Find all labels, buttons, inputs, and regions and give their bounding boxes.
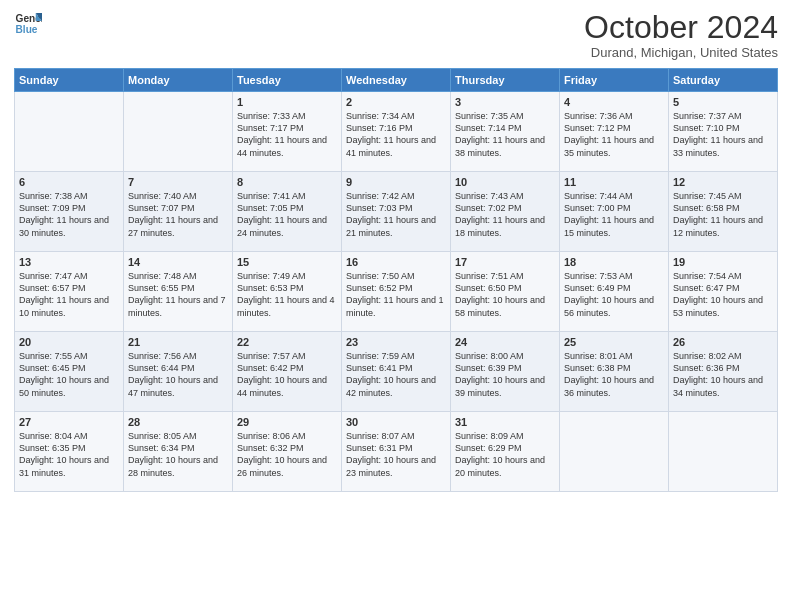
svg-text:Blue: Blue <box>16 24 38 35</box>
calendar-cell <box>560 412 669 492</box>
calendar-cell: 9Sunrise: 7:42 AM Sunset: 7:03 PM Daylig… <box>342 172 451 252</box>
col-monday: Monday <box>124 69 233 92</box>
cell-info: Sunrise: 7:38 AM Sunset: 7:09 PM Dayligh… <box>19 190 119 239</box>
col-wednesday: Wednesday <box>342 69 451 92</box>
calendar-week-row: 27Sunrise: 8:04 AM Sunset: 6:35 PM Dayli… <box>15 412 778 492</box>
day-number: 14 <box>128 256 228 268</box>
calendar-cell: 31Sunrise: 8:09 AM Sunset: 6:29 PM Dayli… <box>451 412 560 492</box>
cell-info: Sunrise: 8:00 AM Sunset: 6:39 PM Dayligh… <box>455 350 555 399</box>
cell-info: Sunrise: 8:09 AM Sunset: 6:29 PM Dayligh… <box>455 430 555 479</box>
cell-info: Sunrise: 7:35 AM Sunset: 7:14 PM Dayligh… <box>455 110 555 159</box>
calendar-cell: 25Sunrise: 8:01 AM Sunset: 6:38 PM Dayli… <box>560 332 669 412</box>
cell-info: Sunrise: 8:06 AM Sunset: 6:32 PM Dayligh… <box>237 430 337 479</box>
calendar-cell: 20Sunrise: 7:55 AM Sunset: 6:45 PM Dayli… <box>15 332 124 412</box>
logo: General Blue <box>14 10 42 38</box>
day-number: 4 <box>564 96 664 108</box>
day-number: 27 <box>19 416 119 428</box>
calendar-cell: 12Sunrise: 7:45 AM Sunset: 6:58 PM Dayli… <box>669 172 778 252</box>
day-number: 23 <box>346 336 446 348</box>
calendar-cell: 4Sunrise: 7:36 AM Sunset: 7:12 PM Daylig… <box>560 92 669 172</box>
day-number: 12 <box>673 176 773 188</box>
calendar-week-row: 1Sunrise: 7:33 AM Sunset: 7:17 PM Daylig… <box>15 92 778 172</box>
calendar-cell: 3Sunrise: 7:35 AM Sunset: 7:14 PM Daylig… <box>451 92 560 172</box>
month-title: October 2024 <box>584 10 778 45</box>
cell-info: Sunrise: 7:51 AM Sunset: 6:50 PM Dayligh… <box>455 270 555 319</box>
calendar-cell: 28Sunrise: 8:05 AM Sunset: 6:34 PM Dayli… <box>124 412 233 492</box>
cell-info: Sunrise: 8:01 AM Sunset: 6:38 PM Dayligh… <box>564 350 664 399</box>
day-number: 26 <box>673 336 773 348</box>
calendar-cell: 13Sunrise: 7:47 AM Sunset: 6:57 PM Dayli… <box>15 252 124 332</box>
calendar-cell: 6Sunrise: 7:38 AM Sunset: 7:09 PM Daylig… <box>15 172 124 252</box>
day-number: 5 <box>673 96 773 108</box>
day-number: 9 <box>346 176 446 188</box>
cell-info: Sunrise: 7:50 AM Sunset: 6:52 PM Dayligh… <box>346 270 446 319</box>
cell-info: Sunrise: 7:34 AM Sunset: 7:16 PM Dayligh… <box>346 110 446 159</box>
calendar-cell: 29Sunrise: 8:06 AM Sunset: 6:32 PM Dayli… <box>233 412 342 492</box>
cell-info: Sunrise: 7:40 AM Sunset: 7:07 PM Dayligh… <box>128 190 228 239</box>
calendar-cell: 17Sunrise: 7:51 AM Sunset: 6:50 PM Dayli… <box>451 252 560 332</box>
cell-info: Sunrise: 7:59 AM Sunset: 6:41 PM Dayligh… <box>346 350 446 399</box>
calendar-cell: 22Sunrise: 7:57 AM Sunset: 6:42 PM Dayli… <box>233 332 342 412</box>
cell-info: Sunrise: 7:44 AM Sunset: 7:00 PM Dayligh… <box>564 190 664 239</box>
cell-info: Sunrise: 8:05 AM Sunset: 6:34 PM Dayligh… <box>128 430 228 479</box>
day-number: 30 <box>346 416 446 428</box>
logo-icon: General Blue <box>14 10 42 38</box>
day-number: 6 <box>19 176 119 188</box>
calendar-cell: 21Sunrise: 7:56 AM Sunset: 6:44 PM Dayli… <box>124 332 233 412</box>
cell-info: Sunrise: 7:57 AM Sunset: 6:42 PM Dayligh… <box>237 350 337 399</box>
day-number: 20 <box>19 336 119 348</box>
calendar-cell: 24Sunrise: 8:00 AM Sunset: 6:39 PM Dayli… <box>451 332 560 412</box>
location-subtitle: Durand, Michigan, United States <box>584 45 778 60</box>
cell-info: Sunrise: 7:36 AM Sunset: 7:12 PM Dayligh… <box>564 110 664 159</box>
day-number: 3 <box>455 96 555 108</box>
day-number: 25 <box>564 336 664 348</box>
day-number: 11 <box>564 176 664 188</box>
day-number: 19 <box>673 256 773 268</box>
page: General Blue October 2024 Durand, Michig… <box>0 0 792 612</box>
col-sunday: Sunday <box>15 69 124 92</box>
calendar-cell: 30Sunrise: 8:07 AM Sunset: 6:31 PM Dayli… <box>342 412 451 492</box>
day-number: 17 <box>455 256 555 268</box>
cell-info: Sunrise: 7:54 AM Sunset: 6:47 PM Dayligh… <box>673 270 773 319</box>
cell-info: Sunrise: 7:53 AM Sunset: 6:49 PM Dayligh… <box>564 270 664 319</box>
cell-info: Sunrise: 7:47 AM Sunset: 6:57 PM Dayligh… <box>19 270 119 319</box>
day-number: 18 <box>564 256 664 268</box>
cell-info: Sunrise: 7:55 AM Sunset: 6:45 PM Dayligh… <box>19 350 119 399</box>
cell-info: Sunrise: 8:04 AM Sunset: 6:35 PM Dayligh… <box>19 430 119 479</box>
day-number: 8 <box>237 176 337 188</box>
cell-info: Sunrise: 8:07 AM Sunset: 6:31 PM Dayligh… <box>346 430 446 479</box>
header-row: Sunday Monday Tuesday Wednesday Thursday… <box>15 69 778 92</box>
day-number: 2 <box>346 96 446 108</box>
calendar-cell: 10Sunrise: 7:43 AM Sunset: 7:02 PM Dayli… <box>451 172 560 252</box>
calendar-cell: 16Sunrise: 7:50 AM Sunset: 6:52 PM Dayli… <box>342 252 451 332</box>
calendar-week-row: 6Sunrise: 7:38 AM Sunset: 7:09 PM Daylig… <box>15 172 778 252</box>
cell-info: Sunrise: 7:56 AM Sunset: 6:44 PM Dayligh… <box>128 350 228 399</box>
day-number: 1 <box>237 96 337 108</box>
day-number: 16 <box>346 256 446 268</box>
day-number: 15 <box>237 256 337 268</box>
col-thursday: Thursday <box>451 69 560 92</box>
calendar-cell: 7Sunrise: 7:40 AM Sunset: 7:07 PM Daylig… <box>124 172 233 252</box>
day-number: 22 <box>237 336 337 348</box>
day-number: 29 <box>237 416 337 428</box>
cell-info: Sunrise: 7:41 AM Sunset: 7:05 PM Dayligh… <box>237 190 337 239</box>
cell-info: Sunrise: 7:43 AM Sunset: 7:02 PM Dayligh… <box>455 190 555 239</box>
cell-info: Sunrise: 7:33 AM Sunset: 7:17 PM Dayligh… <box>237 110 337 159</box>
calendar-cell: 27Sunrise: 8:04 AM Sunset: 6:35 PM Dayli… <box>15 412 124 492</box>
cell-info: Sunrise: 7:42 AM Sunset: 7:03 PM Dayligh… <box>346 190 446 239</box>
calendar-cell <box>124 92 233 172</box>
col-saturday: Saturday <box>669 69 778 92</box>
calendar-cell: 23Sunrise: 7:59 AM Sunset: 6:41 PM Dayli… <box>342 332 451 412</box>
calendar-cell: 14Sunrise: 7:48 AM Sunset: 6:55 PM Dayli… <box>124 252 233 332</box>
col-friday: Friday <box>560 69 669 92</box>
cell-info: Sunrise: 8:02 AM Sunset: 6:36 PM Dayligh… <box>673 350 773 399</box>
calendar-cell: 15Sunrise: 7:49 AM Sunset: 6:53 PM Dayli… <box>233 252 342 332</box>
day-number: 7 <box>128 176 228 188</box>
calendar-table: Sunday Monday Tuesday Wednesday Thursday… <box>14 68 778 492</box>
calendar-week-row: 20Sunrise: 7:55 AM Sunset: 6:45 PM Dayli… <box>15 332 778 412</box>
calendar-cell: 26Sunrise: 8:02 AM Sunset: 6:36 PM Dayli… <box>669 332 778 412</box>
header: General Blue October 2024 Durand, Michig… <box>14 10 778 60</box>
day-number: 10 <box>455 176 555 188</box>
cell-info: Sunrise: 7:37 AM Sunset: 7:10 PM Dayligh… <box>673 110 773 159</box>
day-number: 31 <box>455 416 555 428</box>
